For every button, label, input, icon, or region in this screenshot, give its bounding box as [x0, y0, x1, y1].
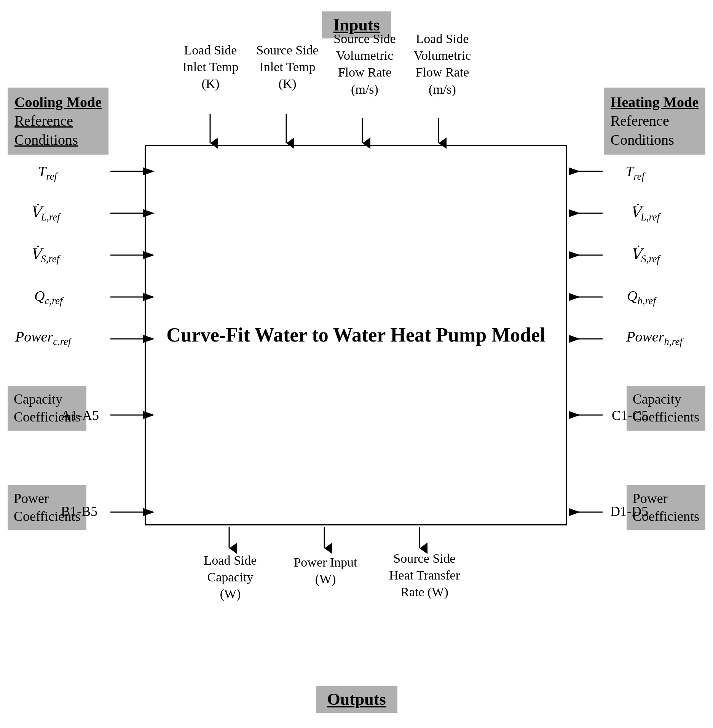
- load-side-capacity-label: Load SideCapacity(W): [187, 552, 274, 603]
- source-side-vol-flow-label: Source SideVolumetricFlow Rate(m/s): [323, 30, 407, 98]
- right-vl-ref: V̇L,ref: [630, 204, 660, 223]
- right-c1-c5: C1-C5: [612, 407, 648, 423]
- source-side-inlet-temp-label: Source SideInlet Temp(K): [251, 42, 324, 93]
- left-vs-ref: V̇S,ref: [30, 246, 59, 265]
- outputs-label: Outputs: [316, 686, 397, 713]
- central-box: Curve-Fit Water to Water Heat Pump Model: [145, 145, 567, 525]
- right-power-h-ref: Powerh,ref: [626, 328, 683, 348]
- left-power-c-ref: Powerc,ref: [15, 328, 71, 348]
- load-side-vol-flow-label: Load SideVolumetricFlow Rate(m/s): [400, 30, 484, 98]
- right-qh-ref: Qh,ref: [627, 287, 656, 307]
- right-t-ref: Tref: [625, 163, 644, 182]
- cooling-mode-box: Cooling Mode ReferenceConditions: [8, 88, 108, 155]
- left-t-ref: Tref: [38, 163, 57, 182]
- power-input-label: Power Input(W): [293, 554, 358, 588]
- right-d1-d5: D1-D5: [610, 503, 648, 519]
- load-side-inlet-temp-label: Load SideInlet Temp(K): [178, 42, 243, 93]
- left-a1-a5: A1-A5: [61, 407, 99, 423]
- left-b1-b5: B1-B5: [61, 503, 97, 519]
- right-vs-ref: V̇S,ref: [631, 246, 660, 265]
- central-title: Curve-Fit Water to Water Heat Pump Model: [166, 322, 546, 348]
- left-vl-ref: V̇L,ref: [30, 204, 60, 223]
- left-qc-ref: Qc,ref: [34, 287, 62, 307]
- source-side-heat-transfer-label: Source SideHeat TransferRate (W): [381, 550, 468, 601]
- heating-mode-box: Heating Mode ReferenceConditions: [604, 88, 705, 155]
- diagram-container: Inputs Outputs Load SideInlet Temp(K) So…: [0, 0, 713, 728]
